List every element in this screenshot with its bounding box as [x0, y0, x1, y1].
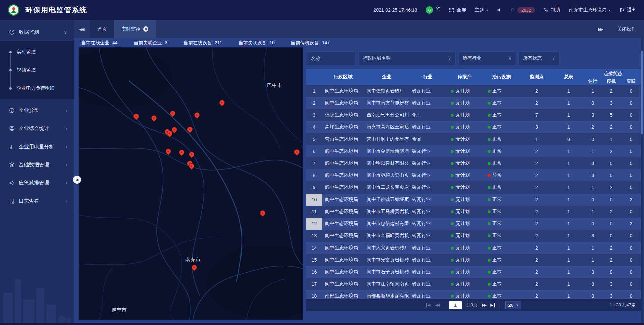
tab-home[interactable]: 首页	[90, 20, 114, 38]
status-filter-dropdown[interactable]: 所有状态 ∨	[519, 51, 559, 65]
table-row[interactable]: 3仪陇生态环境局西南油气田分公司川中化工无计划正常71350	[306, 109, 642, 121]
cell-run: 0	[584, 218, 602, 230]
table-row[interactable]: 12阆中生态环境局阆中市忠信建材有限公砖瓦行业无计划正常21003	[306, 218, 642, 230]
status-text: 无计划	[455, 293, 470, 299]
table-row[interactable]: 10阆中生态环境局阆中千佛镇五郎垭页岩砖瓦行业无计划正常21003	[306, 194, 642, 206]
cell-stop: 3	[602, 278, 621, 290]
cell-lost: 3	[621, 194, 642, 206]
sidebar-item-power-load-detail[interactable]: 企业电力负荷明细	[0, 79, 74, 97]
tab-close-icon[interactable]: ×	[143, 26, 148, 32]
status-text: 无计划	[455, 209, 470, 215]
sidebar-section-company-statistics[interactable]: 企业综合统计 ‹	[0, 119, 74, 138]
status-text: 正常	[492, 184, 502, 191]
status-text: 正常	[492, 281, 502, 287]
pager-first-button[interactable]: ◀	[426, 303, 430, 307]
fullscreen-button[interactable]: 全屏	[449, 7, 466, 13]
scrollbar-thumb[interactable]	[641, 51, 643, 134]
table-row[interactable]: 1阆中生态环境局阆中强锐页岩砖厂砖瓦行业无计划正常21120	[306, 85, 642, 97]
sidebar-section-power-analysis[interactable]: 企业用电量分析 ‹	[0, 138, 74, 156]
cell-index: 18	[306, 290, 322, 299]
chevron-down-icon: ∨	[445, 56, 451, 61]
table-row[interactable]: 4高坪生态环境局南充市高坪区王家店建砖瓦行业无计划正常31220	[306, 121, 642, 133]
fullscreen-label: 全屏	[457, 7, 466, 13]
close-operations-button[interactable]: 关闭操作	[617, 26, 636, 32]
status-text: 正常	[492, 100, 502, 106]
theme-dropdown[interactable]: 主题 ▾	[475, 7, 488, 13]
table-row[interactable]: 13阆中生态环境局阆中市金福旺页岩机砖砖瓦行业无计划正常21300	[306, 230, 642, 242]
cell-region: 阆中生态环境局	[322, 181, 364, 194]
table-row[interactable]: 9阆中生态环境局阆中市二龙长宝页岩砖砖瓦行业无计划正常21120	[306, 181, 642, 194]
table-row[interactable]: 14阆中生态环境局阆中大兴页岩机砖厂砖瓦行业无计划正常21120	[306, 242, 642, 254]
table-row[interactable]: 2阆中生态环境局阆中市南方节能建材有砖瓦行业无计划正常21030	[306, 97, 642, 109]
industry-filter-dropdown[interactable]: 所有行业 ∨	[458, 51, 516, 65]
cell-lost: 0	[621, 230, 642, 242]
sidebar-item-realtime-monitor[interactable]: 实时监控	[0, 43, 74, 61]
sidebar-section-log-view[interactable]: 日志查看 ‹	[0, 192, 74, 210]
pager-prev-button[interactable]: ◀◀	[435, 303, 439, 307]
status-dot-icon	[451, 271, 454, 274]
name-filter-input[interactable]	[310, 55, 351, 61]
page-number-input[interactable]	[449, 301, 462, 309]
sidebar-item-video-monitor[interactable]: 视频监控	[0, 61, 74, 79]
cell-meter: 1	[553, 290, 584, 299]
page-size-select[interactable]: 20 ∨	[505, 301, 522, 309]
sidebar-section-emergency-reduction[interactable]: 应急减排管理 ‹	[0, 174, 74, 192]
cell-company: 阆中市枣碧大梁山页岩	[364, 169, 409, 181]
cell-industry: 砖瓦行业	[409, 242, 446, 254]
pager-next-button[interactable]: ▶▶	[482, 303, 486, 307]
cell-points: 2	[520, 206, 553, 218]
table-row[interactable]: 17阆中生态环境局阆中市江南镇阆南页岩砖瓦行业无计划正常21030	[306, 278, 642, 290]
cell-limit: 无计划	[446, 169, 483, 181]
table-row[interactable]: 11阆中生态环境局阆中市五马桥页岩机砖砖瓦行业无计划正常21120	[306, 206, 642, 218]
industry-filter-value: 所有行业	[463, 55, 481, 61]
mute-button[interactable]	[497, 8, 501, 12]
cell-region: 阆中生态环境局	[322, 278, 364, 290]
page-scrollbar[interactable]	[641, 38, 643, 323]
region-filter-dropdown[interactable]: 行政区域名称 ∨	[358, 51, 455, 65]
map-panel[interactable]: 巴中市 南充市 遂宁市	[79, 47, 303, 320]
pager-separator: |	[499, 302, 501, 308]
cell-stop: 2	[602, 206, 621, 218]
status-dot-icon	[488, 162, 491, 165]
cityscape-decoration	[3, 293, 13, 323]
cell-points: 2	[520, 254, 553, 266]
org-dropdown[interactable]: 南充市生态环境局 ▾	[569, 7, 610, 13]
sidebar-item-label: 企业用电量分析	[19, 144, 54, 150]
tabs-scroll-right-button[interactable]: ▶▶	[593, 27, 608, 32]
cell-index: 10	[306, 194, 322, 206]
sidebar-section-base-data[interactable]: 基础数据管理 ‹	[0, 156, 74, 174]
help-label: 帮助	[551, 7, 560, 13]
name-filter-input-box[interactable]	[306, 51, 356, 65]
chevron-left-icon: ‹	[66, 180, 67, 185]
table-row[interactable]: 7阆中生态环境局阆中明阳建材有限公司砖瓦行业无计划正常21300	[306, 157, 642, 169]
col-header-stop: 停机	[602, 77, 621, 85]
pager-last-button[interactable]: ▶	[490, 303, 494, 307]
datetime: 2021-02-25 17:46:18	[373, 7, 417, 13]
table-row[interactable]: 16阆中生态环境局阆中市石子页岩机砖厂砖瓦行业无计划正常21300	[306, 266, 642, 278]
table-row[interactable]: 18南部生态环境局南部县顺华水泥有限公砖瓦行业无计划正常21030	[306, 290, 642, 299]
stat-offline-devices: 当前失联设备:10	[238, 40, 274, 46]
cell-run: 1	[584, 181, 602, 194]
table-row[interactable]: 5营山生态环境局营山县润丰肉食品有限食品无计划正常10010	[306, 133, 642, 145]
table-row[interactable]: 15阆中生态环境局阆中市光富页岩机砖厂砖瓦行业无计划正常21120	[306, 254, 642, 266]
sidebar-section-data-monitor[interactable]: 数据监测 ∨	[0, 23, 74, 41]
table-row[interactable]: 8阆中生态环境局阆中市枣碧大梁山页岩砖瓦行业无计划异常21300	[306, 169, 642, 181]
tabs-scroll-left-button[interactable]: ◀◀	[74, 20, 89, 38]
status-text: 正常	[492, 269, 502, 275]
status-text: 无计划	[455, 281, 470, 287]
sidebar-section-company-abnormal[interactable]: 企业异常 ‹	[0, 101, 74, 119]
region-filter-value: 行政区域名称	[363, 55, 391, 61]
status-text: 无计划	[455, 136, 470, 142]
cell-stop: 2	[602, 145, 621, 157]
cell-industry: 砖瓦行业	[409, 206, 446, 218]
help-button[interactable]: 帮助	[544, 7, 560, 13]
tab-realtime-monitor[interactable]: 实时监控 ×	[114, 20, 156, 38]
sidebar-collapse-handle[interactable]: ◀	[73, 176, 81, 184]
notification-area[interactable]: 2632	[510, 7, 535, 13]
stat-online-companies: 当前在线企业:44	[81, 40, 117, 46]
status-dot-icon	[488, 114, 491, 117]
exit-button[interactable]: 退出	[619, 7, 636, 13]
status-dot-icon	[488, 222, 491, 225]
speaker-icon	[497, 8, 501, 12]
table-row[interactable]: 6阆中生态环境局阆中市金博瑞新型墙材砖瓦行业无计划正常21120	[306, 145, 642, 157]
